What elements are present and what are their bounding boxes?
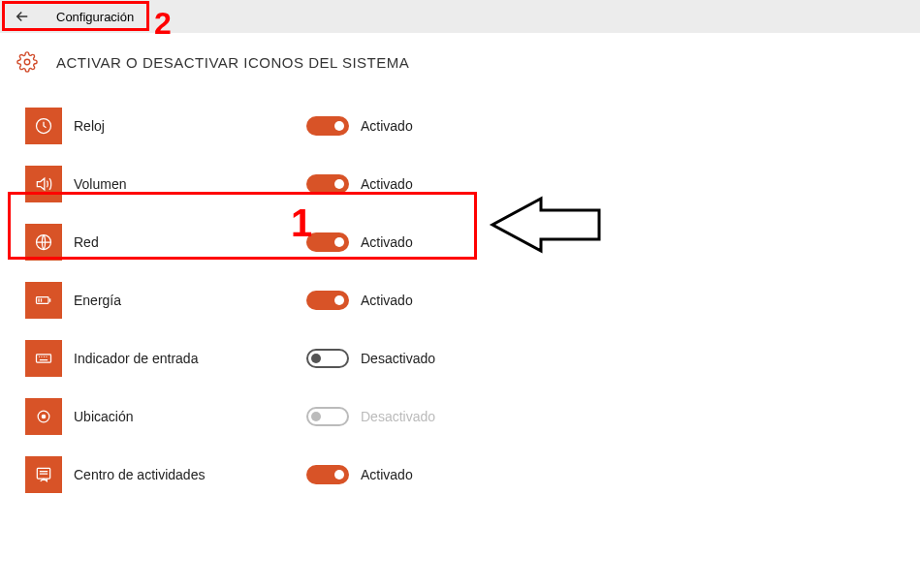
clock-icon xyxy=(25,108,62,144)
toggle-state-text: Activado xyxy=(361,118,413,134)
network-icon xyxy=(25,224,62,261)
setting-row-red: Red Activado xyxy=(25,213,920,271)
setting-label: Red xyxy=(74,234,306,250)
setting-label: Ubicación xyxy=(74,409,306,424)
svg-point-6 xyxy=(42,415,45,418)
svg-rect-4 xyxy=(37,355,51,362)
battery-icon xyxy=(25,282,62,319)
toggle-ubicacion xyxy=(306,407,349,426)
page-title: ACTIVAR O DESACTIVAR ICONOS DEL SISTEMA xyxy=(56,54,409,71)
svg-point-0 xyxy=(24,59,30,65)
toggle-energia[interactable] xyxy=(306,291,349,310)
toggle-state-text: Desactivado xyxy=(361,409,435,424)
action-center-icon xyxy=(25,456,62,493)
location-icon xyxy=(25,398,62,435)
toggle-indicador[interactable] xyxy=(306,349,349,368)
keyboard-icon xyxy=(25,340,62,377)
back-button[interactable] xyxy=(8,3,37,30)
volume-icon xyxy=(25,166,62,202)
setting-row-volumen: Volumen Activado xyxy=(25,155,920,213)
toggle-state-text: Activado xyxy=(361,234,413,250)
toggle-reloj[interactable] xyxy=(306,116,349,136)
setting-label: Indicador de entrada xyxy=(74,351,306,366)
toggle-state-text: Desactivado xyxy=(361,351,435,366)
toggle-state-text: Activado xyxy=(361,293,413,308)
toggle-actividades[interactable] xyxy=(306,465,349,484)
toggle-state-text: Activado xyxy=(361,467,413,482)
back-arrow-icon xyxy=(14,8,31,25)
header-title: Configuración xyxy=(56,10,134,24)
gear-icon xyxy=(16,50,39,74)
setting-row-actividades: Centro de actividades Activado xyxy=(25,446,920,504)
setting-label: Energía xyxy=(74,293,306,308)
toggle-red[interactable] xyxy=(306,232,349,252)
setting-label: Centro de actividades xyxy=(74,467,306,482)
setting-row-indicador: Indicador de entrada Desactivado xyxy=(25,329,920,387)
settings-list: Reloj Activado Volumen Activado Red Acti… xyxy=(0,83,920,504)
setting-row-energia: Energía Activado xyxy=(25,271,920,329)
header-bar: Configuración xyxy=(0,0,920,33)
page-title-row: ACTIVAR O DESACTIVAR ICONOS DEL SISTEMA xyxy=(0,33,920,83)
setting-row-reloj: Reloj Activado xyxy=(25,97,920,155)
setting-label: Volumen xyxy=(74,176,306,192)
toggle-state-text: Activado xyxy=(361,176,413,192)
setting-row-ubicacion: Ubicación Desactivado xyxy=(25,387,920,446)
setting-label: Reloj xyxy=(74,118,306,134)
toggle-volumen[interactable] xyxy=(306,174,349,194)
